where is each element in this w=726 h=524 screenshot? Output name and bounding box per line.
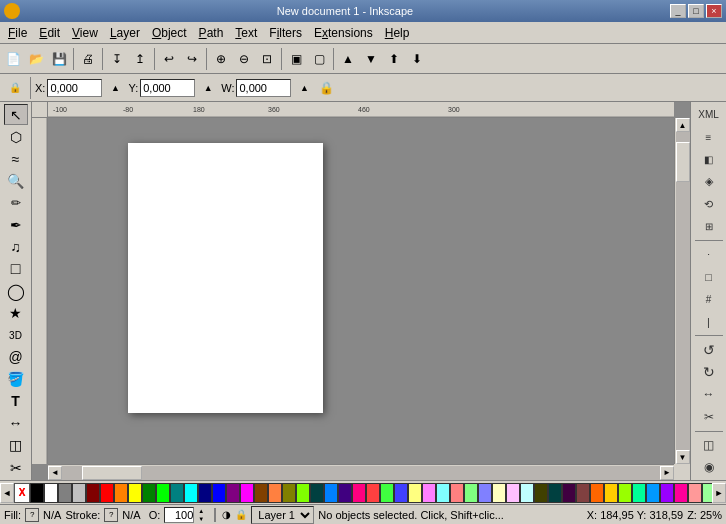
connector-tool-button[interactable]: ↔ [4,413,28,434]
color-swatch[interactable] [226,483,240,503]
menu-view[interactable]: View [66,24,104,42]
flip-h-button[interactable]: ↔ [695,384,723,405]
star-tool-button[interactable]: ★ [4,303,28,324]
y-input[interactable] [140,79,195,97]
color-swatch[interactable] [380,483,394,503]
lock-aspect-icon[interactable]: 🔒 [317,81,336,95]
color-swatch[interactable] [660,483,674,503]
print-button[interactable]: 🖨 [77,48,99,70]
color-swatch[interactable] [436,483,450,503]
snap-nodes-button[interactable]: ⋅ [695,244,723,265]
import-button[interactable]: ↧ [106,48,128,70]
color-swatch[interactable] [100,483,114,503]
snap-bbox-button[interactable]: □ [695,266,723,287]
color-swatch[interactable] [702,483,712,503]
color-swatch[interactable] [534,483,548,503]
color-swatch[interactable] [212,483,226,503]
color-swatch[interactable] [604,483,618,503]
text-tool-button[interactable]: T [4,391,28,412]
zoom-tool-button[interactable]: 🔍 [4,170,28,191]
x-spinner-up[interactable]: ▲ [104,77,126,99]
color-swatch[interactable] [352,483,366,503]
color-swatch[interactable] [282,483,296,503]
menu-edit[interactable]: Edit [33,24,66,42]
color-swatch[interactable] [576,483,590,503]
rect-tool-button[interactable]: □ [4,258,28,279]
color-swatch[interactable] [366,483,380,503]
color-swatch[interactable] [156,483,170,503]
raise-top-button[interactable]: ⬆ [383,48,405,70]
color-swatch[interactable] [562,483,576,503]
object-properties-button[interactable]: ◧ [695,149,723,170]
color-swatch[interactable] [170,483,184,503]
3dbox-tool-button[interactable]: 3D [4,325,28,346]
pencil-tool-button[interactable]: ✏ [4,192,28,213]
menu-file[interactable]: File [2,24,33,42]
color-swatch[interactable] [198,483,212,503]
color-swatch[interactable] [478,483,492,503]
color-swatch[interactable] [72,483,86,503]
color-swatch[interactable] [324,483,338,503]
calligraphy-tool-button[interactable]: ♫ [4,236,28,257]
ungroup-button[interactable]: ▢ [308,48,330,70]
menu-extensions[interactable]: Extensions [308,24,379,42]
palette-right-button[interactable]: ► [712,483,726,503]
color-swatch[interactable] [254,483,268,503]
color-swatch[interactable] [646,483,660,503]
dropper-tool-button[interactable]: ✂ [4,457,28,478]
zoom-fit-button[interactable]: ⊡ [256,48,278,70]
selector-tool-button[interactable]: ↖ [4,104,28,125]
snap-grids-button[interactable]: # [695,289,723,310]
color-swatch[interactable] [674,483,688,503]
snap-guide-button[interactable]: | [695,311,723,332]
color-swatch[interactable] [44,483,58,503]
vscroll-up-button[interactable]: ▲ [676,118,690,132]
color-swatch[interactable] [618,483,632,503]
x-input[interactable] [47,79,102,97]
color-swatch[interactable] [520,483,534,503]
hscroll-thumb[interactable] [82,466,142,480]
w-input[interactable] [236,79,291,97]
layer-select[interactable]: Layer 1 [251,506,314,524]
menu-help[interactable]: Help [379,24,416,42]
gradient-editor-button[interactable]: ◫ [695,434,723,455]
group-button[interactable]: ▣ [285,48,307,70]
menu-object[interactable]: Object [146,24,193,42]
color-swatch[interactable] [114,483,128,503]
color-swatch[interactable] [422,483,436,503]
canvas-area[interactable]: -100 -80 180 360 460 300 ▲ ▼ [32,102,690,480]
hscroll-right-button[interactable]: ► [660,466,674,480]
hscroll-left-button[interactable]: ◄ [48,466,62,480]
vscroll-thumb[interactable] [676,142,690,182]
maximize-button[interactable]: □ [688,4,704,18]
menu-path[interactable]: Path [193,24,230,42]
color-swatch[interactable] [128,483,142,503]
w-spinner-up[interactable]: ▲ [293,77,315,99]
color-swatch[interactable] [86,483,100,503]
color-swatch[interactable] [464,483,478,503]
color-swatch[interactable] [268,483,282,503]
ellipse-tool-button[interactable]: ◯ [4,281,28,302]
save-button[interactable]: 💾 [48,48,70,70]
color-swatch[interactable] [58,483,72,503]
paint-bucket-button[interactable]: 🪣 [4,369,28,390]
rotate-cw-button[interactable]: ↻ [695,361,723,382]
opacity-input[interactable] [164,507,194,523]
color-swatch[interactable] [590,483,604,503]
opacity-spin-button[interactable]: ▲ ▼ [198,507,208,523]
undo-button[interactable]: ↩ [158,48,180,70]
open-button[interactable]: 📂 [25,48,47,70]
layers-button[interactable]: ≡ [695,126,723,147]
color-swatch[interactable] [506,483,520,503]
menu-filters[interactable]: Filters [263,24,308,42]
color-swatch[interactable] [688,483,702,503]
spiral-tool-button[interactable]: @ [4,347,28,368]
color-swatch[interactable] [30,483,44,503]
color-swatch[interactable] [184,483,198,503]
zoom-out-button[interactable]: ⊖ [233,48,255,70]
new-button[interactable]: 📄 [2,48,24,70]
y-spinner-up[interactable]: ▲ [197,77,219,99]
vscroll-down-button[interactable]: ▼ [676,450,690,464]
node-tool-button[interactable]: ⬡ [4,126,28,147]
snap-toggle[interactable]: 🔒 [4,77,26,99]
